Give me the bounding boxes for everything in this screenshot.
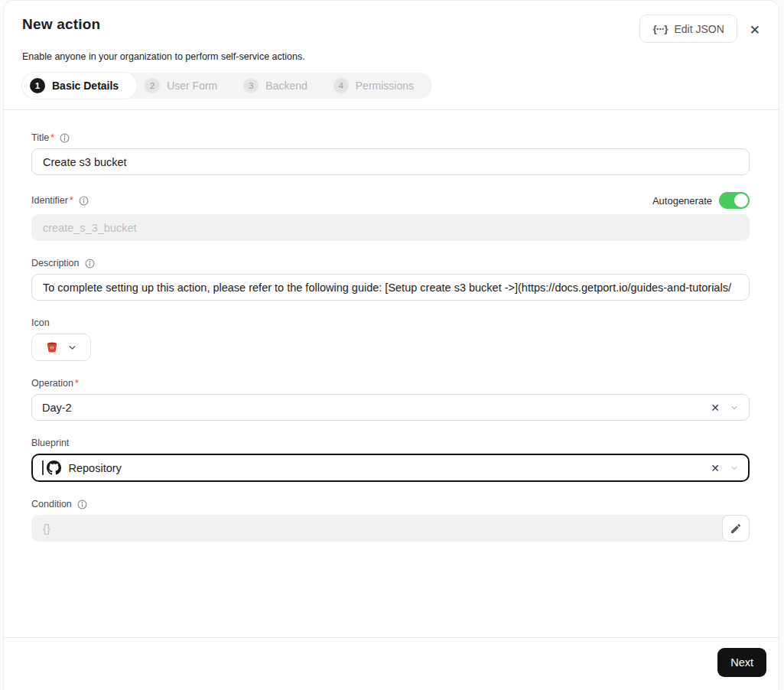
step-number: 1 [30,78,45,93]
aws-s3-icon [45,340,59,354]
pencil-icon [730,522,742,535]
step-basic-details[interactable]: 1 Basic Details [22,73,137,99]
condition-label: Condition [31,499,72,509]
step-label: Permissions [356,80,414,92]
info-icon[interactable] [85,259,95,269]
identifier-input [31,214,750,241]
title-label: Title [31,132,49,143]
identifier-label: Identifier [31,195,68,206]
blueprint-value: Repository [69,462,122,474]
icon-select-button[interactable] [31,334,91,361]
description-label: Description [31,258,80,269]
step-backend[interactable]: 3 Backend [236,73,325,99]
icon-label: Icon [31,317,50,328]
modal-footer: Next [4,638,779,690]
required-mark: * [75,378,79,389]
info-icon[interactable] [77,500,87,509]
operation-value: Day-2 [42,402,72,414]
edit-json-button[interactable]: {···} Edit JSON [639,15,737,43]
step-user-form[interactable]: 2 User Form [137,73,236,99]
modal-header: New action {···} Edit JSON ✕ Enable anyo… [4,1,779,99]
chevron-down-icon [67,343,77,353]
page-title: New action [22,16,100,33]
condition-input [31,515,750,542]
step-label: Basic Details [52,80,119,92]
step-number: 4 [333,78,349,93]
blueprint-select[interactable]: Repository ✕ [31,454,750,482]
text-cursor [42,461,44,475]
info-icon[interactable] [79,196,89,206]
step-number: 3 [243,78,259,93]
title-input[interactable] [31,148,750,175]
description-field: Description [31,258,750,301]
step-label: User Form [167,80,217,92]
info-icon[interactable] [60,133,70,143]
next-button[interactable]: Next [717,648,766,677]
blueprint-field: Blueprint Repository ✕ [31,438,750,482]
identifier-field: Identifier * Autogenerate [31,192,750,241]
clear-icon[interactable]: ✕ [711,402,720,413]
required-mark: * [50,132,54,143]
autogenerate-label: Autogenerate [652,195,712,207]
clear-icon[interactable]: ✕ [711,463,720,474]
close-icon: ✕ [750,23,760,37]
chevron-down-icon[interactable] [730,464,739,473]
modal-subtitle: Enable anyone in your organization to pe… [22,51,766,62]
title-field: Title * [31,132,750,175]
chevron-down-icon[interactable] [730,403,739,412]
edit-json-label: Edit JSON [674,23,724,35]
blueprint-label: Blueprint [31,438,69,448]
operation-label: Operation [31,378,73,389]
github-icon [47,461,61,475]
step-label: Backend [265,80,307,92]
icon-field: Icon [31,317,750,361]
required-mark: * [70,195,73,206]
step-permissions[interactable]: 4 Permissions [326,73,432,99]
condition-field: Condition [31,499,750,542]
step-number: 2 [145,78,160,93]
new-action-modal: New action {···} Edit JSON ✕ Enable anyo… [3,0,779,690]
description-input[interactable] [31,274,750,301]
form-body: Title * Identifier * Autogenerate [4,110,779,637]
operation-field: Operation * Day-2 ✕ [31,378,750,421]
edit-condition-button[interactable] [722,515,750,542]
autogenerate-toggle[interactable] [719,192,750,209]
stepper: 1 Basic Details 2 User Form 3 Backend 4 … [22,73,432,99]
code-braces-icon: {···} [652,23,667,34]
close-button[interactable]: ✕ [743,19,766,41]
operation-select[interactable]: Day-2 ✕ [31,394,750,421]
